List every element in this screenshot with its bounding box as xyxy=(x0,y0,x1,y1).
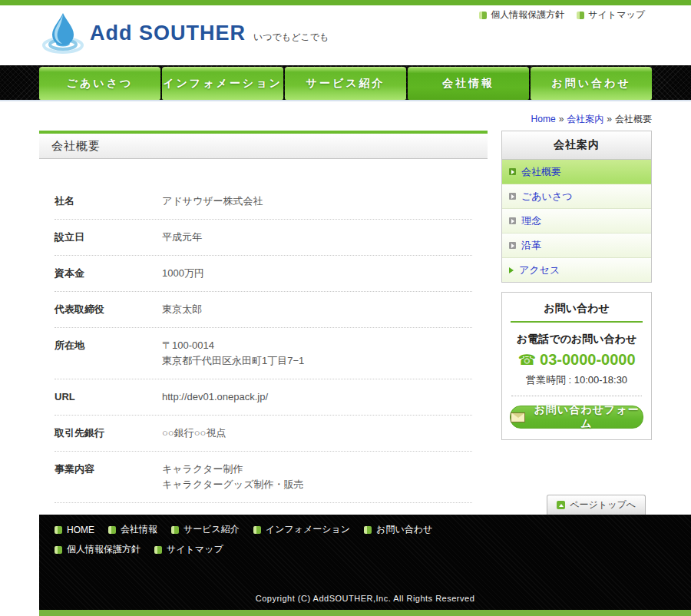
table-row: 設立日 平成元年 xyxy=(55,220,472,256)
sidebar-item-greeting[interactable]: ごあいさつ xyxy=(502,184,651,209)
spec-value: ○○銀行○○視点 xyxy=(162,426,226,441)
breadcrumb: Home»会社案内»会社概要 xyxy=(39,101,652,129)
table-row: URL http://dev01.onepack.jp/ xyxy=(55,379,472,416)
dotted-divider xyxy=(511,396,642,396)
footer-link-home[interactable]: HOME xyxy=(55,523,94,536)
breadcrumb-link-section[interactable]: 会社案内 xyxy=(567,114,603,124)
sidebar-item-label: 沿革 xyxy=(521,239,541,253)
bullet-icon xyxy=(364,526,372,534)
site-logo[interactable]: Add SOUTHER いつでもどこでも xyxy=(42,12,329,55)
sidebar-item-label: 理念 xyxy=(521,214,541,228)
contact-hours: 営業時間 : 10:00-18:30 xyxy=(510,373,643,387)
footer-links-row: HOME 会社情報 サービス紹介 インフォメーション お問い合わせ xyxy=(39,515,691,536)
main-navigation: ごあいさつ インフォメーション サービス紹介 会社情報 お問い合わせ xyxy=(0,65,691,100)
main-column: 会社概要 社名 アドサウザー株式会社 設立日 平成元年 資本金 1000万円 代… xyxy=(39,131,488,503)
table-row: 社名 アドサウザー株式会社 xyxy=(55,184,472,220)
table-row: 資本金 1000万円 xyxy=(55,256,472,292)
site-tagline: いつでもどこでも xyxy=(253,31,329,44)
table-row: 代表取締役 東京太郎 xyxy=(55,292,472,328)
phone-icon: ☎ xyxy=(517,353,536,367)
spec-label: 資本金 xyxy=(55,266,162,281)
nav-tab-greeting[interactable]: ごあいさつ xyxy=(39,67,160,100)
bullet-icon xyxy=(479,12,487,19)
top-link-privacy[interactable]: 個人情報保護方針 xyxy=(479,8,564,22)
contact-form-button[interactable]: お問い合わせフォーム xyxy=(510,406,643,429)
sidebar-nav-title: 会社案内 xyxy=(502,131,651,160)
footer-link-privacy[interactable]: 個人情報保護方針 xyxy=(55,543,141,556)
spec-label: URL xyxy=(55,389,162,405)
arrow-right-icon xyxy=(509,168,516,175)
site-footer: HOME 会社情報 サービス紹介 インフォメーション お問い合わせ 個人情報保護… xyxy=(39,515,691,610)
spec-value: 平成元年 xyxy=(162,230,202,245)
bottom-accent-bar xyxy=(39,610,691,616)
header-utility-links: 個人情報保護方針 サイトマップ xyxy=(479,8,645,22)
top-link-privacy-label: 個人情報保護方針 xyxy=(491,8,564,22)
water-drop-logo-icon xyxy=(42,12,84,55)
mail-icon xyxy=(511,412,525,422)
spec-label: 取引先銀行 xyxy=(55,426,162,441)
bullet-icon xyxy=(108,526,116,534)
site-header: Add SOUTHER いつでもどこでも 個人情報保護方針 サイトマップ xyxy=(0,5,691,65)
page-content: Home»会社案内»会社概要 会社概要 社名 アドサウザー株式会社 設立日 平成… xyxy=(39,101,652,515)
contact-form-button-label: お問い合わせフォーム xyxy=(531,403,643,431)
arrow-right-icon xyxy=(509,193,516,200)
sidebar-item-label: ごあいさつ xyxy=(521,190,573,204)
sidebar-nav-box: 会社案内 会社概要 ごあいさつ 理念 沿革 xyxy=(501,131,652,283)
sidebar: 会社案内 会社概要 ごあいさつ 理念 沿革 xyxy=(501,131,652,503)
bullet-icon xyxy=(577,12,584,19)
breadcrumb-link-home[interactable]: Home xyxy=(531,114,556,124)
footer-link-information[interactable]: インフォメーション xyxy=(253,523,350,536)
company-spec-table: 社名 アドサウザー株式会社 設立日 平成元年 資本金 1000万円 代表取締役 … xyxy=(55,184,472,503)
site-logo-text: Add SOUTHER xyxy=(90,22,246,45)
table-row: 所在地 〒100-0014東京都千代田区永田町1丁目7−1 xyxy=(55,328,472,379)
page-title: 会社概要 xyxy=(39,131,488,159)
breadcrumb-current: 会社概要 xyxy=(615,114,652,124)
top-accent-bar xyxy=(0,0,691,5)
nav-tab-services[interactable]: サービス紹介 xyxy=(285,67,406,100)
sidebar-item-label: アクセス xyxy=(519,263,560,277)
spec-value: 東京太郎 xyxy=(162,302,202,317)
footer-link-contact[interactable]: お問い合わせ xyxy=(364,523,432,536)
nav-tab-information[interactable]: インフォメーション xyxy=(162,67,283,100)
arrow-right-icon xyxy=(509,267,514,273)
sidebar-item-philosophy[interactable]: 理念 xyxy=(502,209,651,233)
footer-link-services[interactable]: サービス紹介 xyxy=(171,523,240,536)
page-top-label: ページトップへ xyxy=(570,498,636,512)
sidebar-item-company-overview[interactable]: 会社概要 xyxy=(502,160,651,184)
footer-links-row: 個人情報保護方針 サイトマップ xyxy=(39,536,691,556)
spec-label: 事業内容 xyxy=(55,462,162,492)
bullet-icon xyxy=(171,526,179,534)
top-link-sitemap-label: サイトマップ xyxy=(588,8,645,22)
table-row: 取引先銀行 ○○銀行○○視点 xyxy=(55,416,472,452)
contact-box-title: お問い合わせ xyxy=(511,302,643,323)
sidebar-item-access[interactable]: アクセス xyxy=(502,258,651,282)
bullet-icon xyxy=(55,546,62,554)
table-row: 事業内容 キャラクター制作キャラクターグッズ制作・販売 xyxy=(55,452,472,503)
arrow-right-icon xyxy=(509,217,516,224)
sidebar-item-history[interactable]: 沿革 xyxy=(502,233,651,258)
breadcrumb-separator: » xyxy=(607,114,612,124)
arrow-up-icon xyxy=(557,501,565,509)
footer-link-company[interactable]: 会社情報 xyxy=(108,523,157,536)
copyright-text: Copyright (C) AddSOUTHER,Inc. All Rights… xyxy=(39,594,691,603)
spec-value: http://dev01.onepack.jp/ xyxy=(162,389,268,405)
contact-phone-label: お電話でのお問い合わせ xyxy=(510,333,643,346)
nav-tab-company[interactable]: 会社情報 xyxy=(408,67,529,100)
spec-value: アドサウザー株式会社 xyxy=(162,194,263,209)
breadcrumb-separator: » xyxy=(559,114,564,124)
spec-value: 〒100-0014東京都千代田区永田町1丁目7−1 xyxy=(162,338,304,369)
arrow-right-icon xyxy=(509,242,516,249)
spec-label: 設立日 xyxy=(55,230,162,245)
spec-label: 代表取締役 xyxy=(55,302,162,317)
spec-label: 所在地 xyxy=(55,338,162,369)
spec-value: 1000万円 xyxy=(162,266,204,281)
sidebar-item-label: 会社概要 xyxy=(521,165,561,179)
nav-tab-contact[interactable]: お問い合わせ xyxy=(531,67,652,100)
spec-label: 社名 xyxy=(55,194,162,209)
bullet-icon xyxy=(154,546,162,554)
footer-link-sitemap[interactable]: サイトマップ xyxy=(154,543,223,556)
page-top-button[interactable]: ページトップへ xyxy=(547,495,646,515)
contact-box: お問い合わせ お電話でのお問い合わせ ☎ 03-0000-0000 営業時間 :… xyxy=(501,292,652,440)
top-link-sitemap[interactable]: サイトマップ xyxy=(577,8,645,22)
spec-value: キャラクター制作キャラクターグッズ制作・販売 xyxy=(162,462,303,492)
